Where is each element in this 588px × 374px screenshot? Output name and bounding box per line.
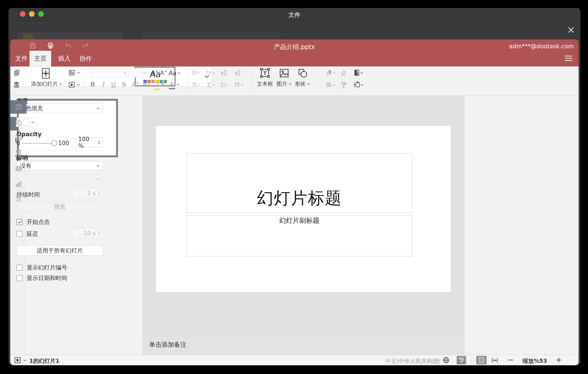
document-language-icon[interactable] (442, 356, 450, 364)
opacity-slider-knob[interactable] (51, 140, 57, 146)
image-settings-icon[interactable] (10, 130, 27, 144)
change-case-icon[interactable]: Aa (168, 69, 181, 77)
toolbar: 添加幻灯片 A A (10, 66, 579, 96)
italic-icon[interactable]: I (99, 80, 107, 89)
columns-icon[interactable] (234, 80, 244, 89)
decrease-font-icon[interactable]: A (159, 69, 167, 77)
subscript-icon[interactable]: A₂ (141, 80, 151, 89)
underline-icon[interactable]: U (110, 80, 117, 89)
document-title: 产品介绍.pptx (10, 43, 579, 51)
close-icon[interactable] (567, 26, 575, 34)
textart-settings-icon[interactable]: Ta (10, 192, 27, 205)
tab-collaboration[interactable]: 协作 (76, 51, 96, 66)
fit-to-width-icon[interactable] (491, 357, 498, 364)
effect-variant-select[interactable] (17, 175, 103, 184)
slideshow-options-icon[interactable] (23, 360, 26, 362)
title-placeholder[interactable]: 幻灯片标题 (186, 153, 412, 213)
arrange-shape-icon[interactable] (324, 68, 337, 77)
table-settings-icon[interactable] (10, 162, 27, 175)
shape-icon[interactable] (296, 67, 309, 80)
highlight-color-icon[interactable] (153, 79, 161, 88)
slide[interactable]: 幻灯片标题 幻灯片副标题 (156, 126, 451, 292)
delay-row: 延迟 (17, 230, 38, 238)
opacity-max: 100 (58, 140, 69, 146)
subtitle-placeholder[interactable]: 幻灯片副标题 (186, 215, 412, 257)
main-area: 1 幻灯片标题 幻灯片副标题 单击添加备注 (10, 96, 579, 355)
app-window: 文件 产品介绍.pptx adm***@dootask.com 文件 (9, 8, 580, 365)
strikethrough-icon[interactable]: S (120, 80, 128, 89)
shape-settings-icon[interactable] (10, 116, 27, 129)
user-email: adm***@dootask.com (509, 43, 574, 50)
font-color-icon[interactable]: A (168, 80, 176, 89)
show-slide-number-checkbox[interactable] (17, 265, 22, 271)
delay-spinner[interactable]: 10 s (72, 228, 103, 238)
tab-home[interactable]: 主页 (30, 51, 51, 66)
slide-subtitle-text: 幻灯片副标题 (279, 216, 319, 225)
image-button[interactable]: 图片 (276, 80, 292, 88)
effect-select[interactable]: 没有 (17, 161, 103, 170)
slide-canvas: 幻灯片标题 幻灯片副标题 单击添加备注 (142, 96, 465, 355)
tab-file[interactable]: 文件 (12, 51, 30, 66)
background-app-tab (143, 32, 281, 40)
tab-insert[interactable]: 插入 (54, 51, 74, 66)
svg-text:Ta: Ta (15, 195, 21, 201)
opacity-spinner[interactable]: 100 % (76, 138, 103, 147)
zoom-level: 缩放%53 (523, 357, 547, 365)
add-slide-button[interactable]: 添加幻灯片 (31, 80, 62, 88)
start-slideshow-icon[interactable] (68, 80, 80, 89)
horizontal-align-icon[interactable] (192, 80, 201, 89)
paragraph-settings-icon[interactable]: ¶ (10, 146, 27, 160)
editor-header: 产品介绍.pptx adm***@dootask.com 文件 主页 插入 协作 (10, 39, 579, 66)
font-size-select[interactable] (130, 68, 148, 78)
numbered-list-icon[interactable] (206, 68, 215, 77)
preview-button[interactable]: 预览 (17, 202, 103, 211)
start-on-click-checkbox[interactable] (17, 219, 22, 225)
menu-icon[interactable] (565, 54, 572, 62)
status-bar: 1的幻灯片1 中文(中华人民共和国) ABC − 缩放%53 + (10, 355, 579, 365)
apply-to-all-slides-button[interactable]: 适用于所有幻灯片 (17, 245, 103, 256)
notes-area[interactable]: 单击添加备注 (142, 336, 465, 355)
start-slideshow-status-icon[interactable] (14, 356, 21, 364)
image-icon[interactable] (278, 67, 290, 80)
duration-spinner[interactable]: 2 s (72, 188, 103, 198)
textbox-button[interactable]: 文本框 (255, 80, 275, 88)
increase-indent-icon[interactable] (234, 68, 242, 77)
fit-to-slide-icon[interactable] (476, 356, 487, 364)
color-scheme-icon[interactable] (352, 68, 365, 77)
slide-size-icon[interactable] (352, 80, 365, 89)
spellcheck-icon[interactable]: ABC (457, 356, 466, 364)
language-caret-icon (436, 359, 439, 361)
bullet-list-icon[interactable] (192, 68, 201, 77)
copy-style-icon[interactable] (340, 80, 348, 89)
notes-placeholder: 单击添加备注 (149, 341, 187, 349)
add-slide-icon[interactable] (41, 67, 51, 80)
slide-layout-icon[interactable] (68, 68, 80, 77)
slide-title-text: 幻灯片标题 (257, 187, 342, 213)
chart-settings-icon[interactable] (10, 177, 27, 191)
line-spacing-icon[interactable] (220, 80, 229, 89)
eraser-icon[interactable] (340, 68, 348, 77)
decrease-indent-icon[interactable] (220, 68, 228, 77)
copy-icon[interactable] (13, 68, 21, 77)
zoom-in-button[interactable]: + (556, 355, 562, 364)
textbox-icon[interactable]: T (259, 67, 271, 80)
zoom-out-button[interactable]: − (508, 355, 514, 364)
show-datetime-checkbox[interactable] (17, 275, 22, 281)
slide-counter: 1的幻灯片1 (29, 357, 59, 365)
bold-icon[interactable]: B (89, 80, 96, 89)
window-title: 文件 (9, 11, 580, 19)
start-on-click-row: 开始点击 (17, 218, 50, 226)
shape-button[interactable]: 形状 (294, 80, 311, 88)
paste-icon[interactable] (13, 80, 21, 89)
align-shape-icon[interactable] (324, 80, 337, 89)
fill-type-select[interactable]: 颜色填充 (17, 104, 103, 113)
language-selector[interactable]: 中文(中华人民共和国) (385, 357, 440, 365)
vertical-align-icon[interactable] (206, 80, 215, 89)
superscript-icon[interactable]: A² (130, 80, 140, 89)
add-slide-label: 添加幻灯片 (31, 80, 58, 88)
delay-checkbox[interactable] (17, 231, 22, 237)
increase-font-icon[interactable]: A (150, 69, 159, 77)
show-datetime-row: 显示日期和时间 (17, 274, 67, 282)
font-name-select[interactable] (90, 68, 128, 78)
slide-settings-icon[interactable] (10, 100, 27, 114)
